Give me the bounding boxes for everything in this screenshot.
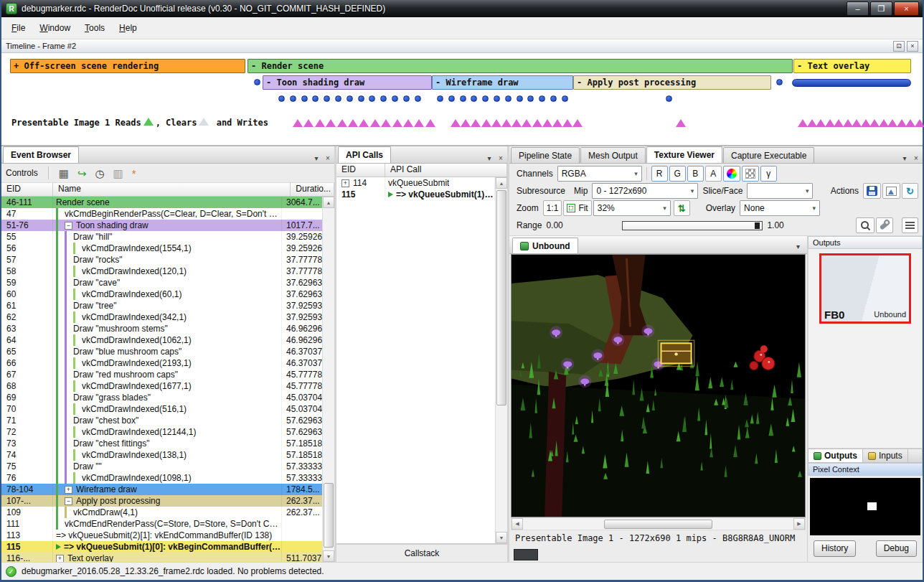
write-marker-icon[interactable] (403, 119, 413, 127)
stats-icon[interactable]: ▥ (113, 168, 123, 179)
event-row[interactable]: 115=> vkQueueSubmit(1)[0]: vkBeginComman… (1, 541, 322, 553)
tree-expand-icon[interactable]: − (65, 222, 72, 230)
gamma-button[interactable]: γ (760, 166, 777, 182)
event-dot[interactable] (278, 95, 285, 102)
event-row[interactable]: 56vkCmdDrawIndexed(1554,1)39.25926 (1, 243, 322, 254)
debug-button[interactable]: Debug (876, 540, 917, 557)
event-dot[interactable] (562, 95, 568, 102)
minimize-button[interactable]: – (847, 1, 869, 16)
channel-g-button[interactable]: G (669, 166, 686, 182)
tree-expand-icon[interactable]: − (65, 497, 72, 505)
zoom-fit-button[interactable]: Fit (563, 200, 591, 216)
event-row[interactable]: 109vkCmdDraw(4,1)262.37... (1, 507, 322, 518)
tab-texture-viewer[interactable]: Texture Viewer (646, 146, 722, 163)
event-dot[interactable] (290, 95, 296, 102)
event-row[interactable]: 116-...+Text overlay511.7037 (1, 553, 322, 562)
event-dot[interactable] (392, 95, 398, 102)
event-row[interactable]: 69Draw "grass blades"45.03704 (1, 392, 322, 403)
pixel-context-view[interactable] (810, 478, 920, 535)
column-name[interactable]: Name (53, 183, 291, 196)
write-marker-icon[interactable] (471, 119, 481, 127)
write-marker-icon[interactable] (562, 119, 572, 127)
channel-r-button[interactable]: R (651, 166, 668, 182)
close-icon[interactable]: × (496, 153, 506, 163)
event-dot[interactable] (403, 95, 410, 102)
tab-api-calls[interactable]: API Calls (338, 146, 391, 163)
jump-to-event-icon[interactable]: ↪ (77, 168, 87, 179)
column-api-call[interactable]: API Call (385, 164, 507, 177)
open-texture-list-button[interactable] (882, 183, 900, 199)
timeline-marker-bar[interactable]: - Text overlay (793, 59, 911, 73)
tab-pipeline-state[interactable]: Pipeline State (511, 147, 580, 163)
event-row[interactable]: 58vkCmdDrawIndexed(120,1)37.77778 (1, 266, 322, 277)
event-dot-run[interactable] (792, 79, 911, 87)
event-dot[interactable] (550, 95, 557, 102)
event-row[interactable]: 111vkCmdEndRenderPass(C=Store, D=Store, … (1, 518, 322, 530)
timeline-marker-bar[interactable]: - Apply post processing (573, 75, 771, 90)
write-marker-icon[interactable] (348, 119, 358, 127)
write-marker-icon[interactable] (381, 119, 391, 127)
column-duration[interactable]: Duratio... (291, 183, 334, 196)
write-marker-icon[interactable] (425, 119, 435, 127)
range-slider-handle[interactable] (755, 222, 760, 229)
write-marker-icon[interactable] (337, 119, 347, 127)
slice-face-select[interactable]: ▾ (747, 183, 813, 199)
scroll-thumb[interactable] (324, 483, 334, 548)
event-row[interactable]: 47vkCmdBeginRenderPass(C=Clear, D=Clear,… (1, 208, 322, 220)
event-dot[interactable] (517, 95, 523, 102)
range-settings-button[interactable] (876, 217, 893, 233)
event-dot[interactable] (358, 95, 364, 102)
event-row[interactable]: 57Draw "rocks"37.77778 (1, 254, 322, 266)
write-marker-icon[interactable] (501, 119, 512, 127)
event-row[interactable]: 65Draw "blue mushroom caps"46.37037 (1, 346, 322, 357)
zoom-1to1-button[interactable]: 1:1 (543, 200, 562, 216)
write-marker-icon[interactable] (414, 119, 424, 127)
channel-a-button[interactable]: A (705, 166, 722, 182)
event-row[interactable]: 55Draw "hill"39.25926 (1, 231, 322, 243)
scroll-up-icon[interactable]: ▲ (323, 197, 334, 208)
write-marker-icon[interactable] (315, 119, 325, 127)
timeline-marker-bar[interactable]: - Wireframe draw (432, 75, 573, 90)
zoom-select[interactable]: 32% ▾ (593, 200, 671, 216)
event-row[interactable]: 68vkCmdDrawIndexed(1677,1)45.77778 (1, 380, 322, 392)
tree-expand-icon[interactable]: + (341, 179, 349, 187)
write-marker-icon[interactable] (532, 119, 542, 127)
event-row[interactable]: 113=> vkQueueSubmit(2)[1]: vkEndCommandB… (1, 530, 322, 541)
event-dot[interactable] (666, 95, 672, 102)
event-row[interactable]: 70vkCmdDrawIndexed(516,1)45.03704 (1, 403, 322, 415)
dock-menu-icon[interactable]: ▾ (900, 153, 910, 163)
scroll-right-icon[interactable]: ▶ (793, 518, 805, 530)
event-row[interactable]: 63Draw "mushroom stems"46.96296 (1, 323, 322, 334)
autofit-range-button[interactable] (856, 217, 874, 233)
custom-display-button[interactable] (723, 166, 740, 182)
event-row[interactable]: 60vkCmdDrawIndexed(60,1)37.62963 (1, 288, 322, 300)
write-marker-icon[interactable] (491, 119, 501, 127)
callstack-bar[interactable]: Callstack (336, 543, 507, 562)
mip-select[interactable]: 0 - 1272x690 ▾ (592, 183, 698, 199)
close-icon[interactable]: × (323, 153, 333, 163)
event-dot[interactable] (415, 95, 421, 102)
api-call-row[interactable]: +114vkQueueSubmit (336, 177, 495, 189)
texture-tab-unbound[interactable]: Unbound (512, 238, 578, 253)
tree-expand-icon[interactable]: + (65, 486, 72, 494)
event-row[interactable]: 78-104+Wireframe draw1784.5... (1, 484, 322, 495)
write-marker-icon[interactable] (370, 119, 380, 127)
event-dot[interactable] (254, 79, 260, 85)
event-dot[interactable] (369, 95, 375, 102)
event-dot[interactable] (335, 95, 341, 102)
write-marker-icon[interactable] (293, 119, 303, 127)
tab-event-browser[interactable]: Event Browser (3, 146, 79, 163)
alpha-checker-button[interactable] (742, 166, 759, 182)
write-marker-icon[interactable] (359, 119, 369, 127)
scroll-thumb[interactable] (496, 190, 506, 405)
write-marker-icon[interactable] (461, 119, 471, 127)
column-eid[interactable]: EID (1, 183, 53, 196)
event-dot[interactable] (312, 95, 319, 102)
write-marker-icon[interactable] (481, 119, 491, 127)
write-marker-icon[interactable] (522, 119, 532, 127)
write-marker-icon[interactable] (303, 119, 314, 127)
api-call-row[interactable]: 115=> vkQueueSubmit(1)[... (336, 189, 495, 200)
event-dot[interactable] (346, 95, 353, 102)
event-row[interactable]: 62vkCmdDrawIndexed(342,1)37.92593 (1, 311, 322, 323)
channel-b-button[interactable]: B (687, 166, 704, 182)
